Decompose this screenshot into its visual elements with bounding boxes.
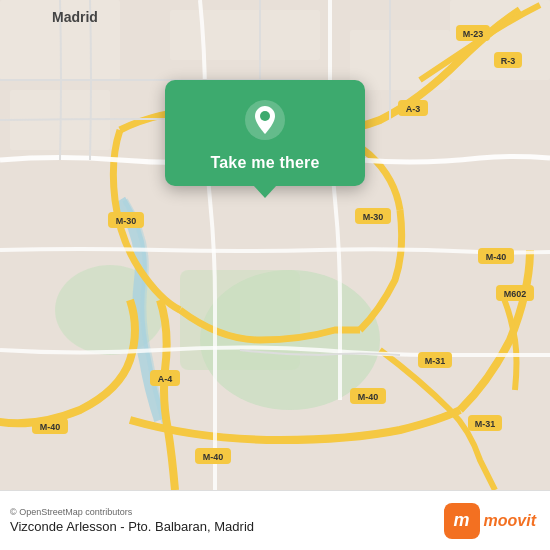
svg-text:M-23: M-23: [463, 29, 484, 39]
bottom-bar: © OpenStreetMap contributors Vizconde Ar…: [0, 490, 550, 550]
svg-text:M-31: M-31: [425, 356, 446, 366]
svg-text:R-3: R-3: [501, 56, 516, 66]
moovit-logo-letter: m: [444, 503, 480, 539]
take-me-there-button[interactable]: Take me there: [165, 80, 365, 186]
svg-rect-6: [170, 10, 320, 60]
map-container: M-30 M-30 M-40 M-40 M-40 M-40 A-3 A-4 M-…: [0, 0, 550, 490]
location-name: Vizconde Arlesson - Pto. Balbaran, Madri…: [10, 519, 254, 534]
svg-text:M-40: M-40: [40, 422, 61, 432]
svg-text:Madrid: Madrid: [52, 9, 98, 25]
svg-text:A-4: A-4: [158, 374, 173, 384]
svg-text:M-30: M-30: [363, 212, 384, 222]
svg-text:M-40: M-40: [486, 252, 507, 262]
osm-attribution: © OpenStreetMap contributors: [10, 507, 254, 517]
svg-point-37: [260, 111, 270, 121]
svg-text:M-40: M-40: [203, 452, 224, 462]
svg-text:A-3: A-3: [406, 104, 421, 114]
map-svg: M-30 M-30 M-40 M-40 M-40 M-40 A-3 A-4 M-…: [0, 0, 550, 490]
popup-label: Take me there: [210, 154, 319, 172]
location-pin-icon: [243, 98, 287, 142]
svg-text:M-40: M-40: [358, 392, 379, 402]
svg-text:M-31: M-31: [475, 419, 496, 429]
svg-text:M602: M602: [504, 289, 527, 299]
moovit-logo-text: moovit: [484, 512, 536, 530]
moovit-logo: m moovit: [444, 503, 536, 539]
svg-text:M-30: M-30: [116, 216, 137, 226]
bottom-left-info: © OpenStreetMap contributors Vizconde Ar…: [10, 507, 254, 534]
